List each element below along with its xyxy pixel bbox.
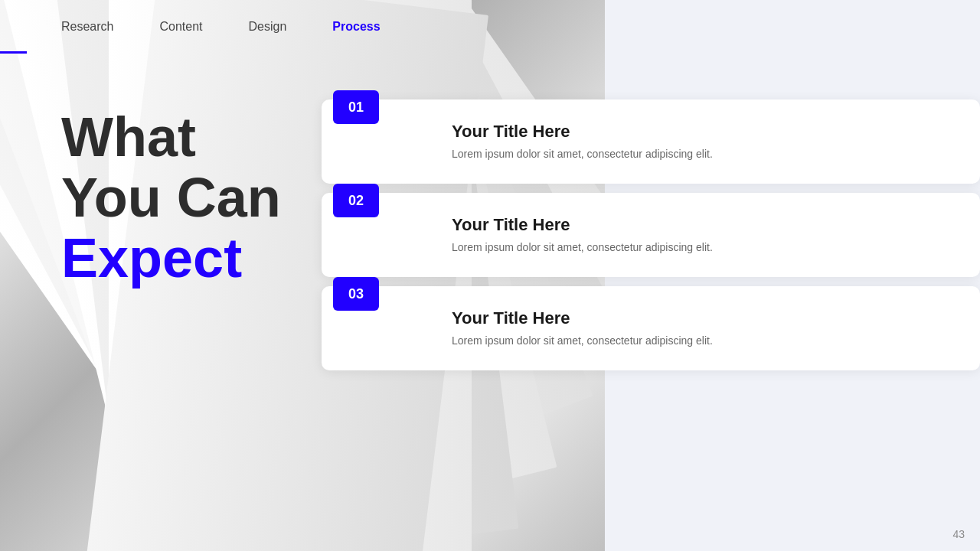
heading-line-3-accent: Expect — [61, 228, 281, 289]
card-number-3: 03 — [348, 286, 364, 302]
card-description-1: Lorem ipsum dolor sit amet, consectetur … — [452, 146, 949, 162]
card-title-2: Your Title Here — [452, 215, 949, 235]
heading-line-1: What — [61, 107, 281, 168]
card-description-2: Lorem ipsum dolor sit amet, consectetur … — [452, 240, 949, 256]
card-2: Your Title Here Lorem ipsum dolor sit am… — [322, 193, 980, 277]
card-wrapper-3: 03 Your Title Here Lorem ipsum dolor sit… — [260, 286, 980, 370]
card-3: Your Title Here Lorem ipsum dolor sit am… — [322, 286, 980, 370]
card-title-1: Your Title Here — [452, 122, 949, 142]
card-title-3: Your Title Here — [452, 308, 949, 328]
card-description-3: Lorem ipsum dolor sit amet, consectetur … — [452, 333, 949, 349]
heading-line-2: You Can — [61, 168, 281, 228]
card-wrapper-2: 02 Your Title Here Lorem ipsum dolor sit… — [260, 193, 980, 277]
nav-indicator — [0, 51, 27, 54]
card-wrapper-1: 01 Your Title Here Lorem ipsum dolor sit… — [260, 99, 980, 184]
card-number-1: 01 — [348, 99, 364, 116]
card-number-2: 02 — [348, 193, 364, 209]
cards-container: 01 Your Title Here Lorem ipsum dolor sit… — [260, 99, 980, 380]
nav-item-process[interactable]: Process — [332, 20, 380, 34]
main-heading: What You Can Expect — [61, 107, 281, 289]
navigation-bar: Research Content Design Process — [0, 0, 605, 54]
card-1: Your Title Here Lorem ipsum dolor sit am… — [322, 99, 980, 184]
nav-item-research[interactable]: Research — [61, 20, 113, 34]
card-badge-2: 02 — [333, 184, 379, 217]
card-badge-1: 01 — [333, 90, 379, 124]
nav-item-content[interactable]: Content — [159, 20, 202, 34]
nav-item-design[interactable]: Design — [249, 20, 287, 34]
page-number: 43 — [952, 528, 965, 540]
card-badge-3: 03 — [333, 277, 379, 311]
